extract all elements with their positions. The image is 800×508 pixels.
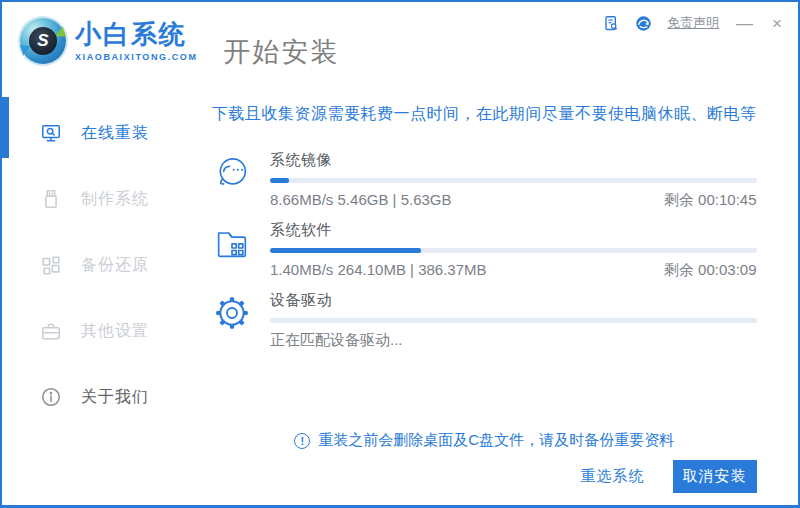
sidebar-item-other-settings[interactable]: 其他设置	[2, 298, 202, 364]
task-title: 系统软件	[270, 221, 757, 240]
mascot-face-icon	[212, 153, 252, 193]
cancel-install-button[interactable]: 取消安装	[673, 460, 757, 493]
logo-green-arrow-icon	[55, 27, 69, 42]
sidebar-item-label: 其他设置	[81, 321, 149, 342]
sidebar-active-indicator	[2, 97, 9, 158]
log-document-icon[interactable]	[603, 15, 620, 32]
app-logo: S	[20, 18, 66, 64]
sidebar-item-label: 关于我们	[81, 387, 149, 408]
minimize-button[interactable]: —	[734, 15, 755, 32]
driver-status-text: 正在匹配设备驱动...	[270, 331, 403, 350]
footer-actions: 重选系统 取消安装	[212, 460, 757, 505]
task-stats: 正在匹配设备驱动...	[270, 331, 757, 350]
brand-block: 小白系统 XIAOBAIXITONG.COM	[75, 20, 198, 62]
customer-service-headset-icon[interactable]	[635, 15, 652, 32]
sidebar-item-label: 制作系统	[81, 189, 149, 210]
sidebar: 在线重装 制作系统 备份还原	[2, 90, 202, 505]
download-warning-text: 下载且收集资源需要耗费一点时间，在此期间尽量不要使电脑休眠、断电等	[212, 104, 757, 125]
gear-icon	[212, 293, 252, 333]
task-stats: 1.40MB/s 264.10MB | 386.37MB 剩余 00:03:09	[270, 261, 757, 280]
progress-fill	[270, 248, 421, 253]
close-button[interactable]: ×	[770, 15, 784, 32]
sidebar-item-backup-restore[interactable]: 备份还原	[2, 232, 202, 298]
task-stats: 8.66MB/s 5.46GB | 5.63GB 剩余 00:10:45	[270, 191, 757, 210]
task-row-device-driver: 设备驱动 正在匹配设备驱动...	[212, 291, 757, 350]
install-panel: 下载且收集资源需要耗费一点时间，在此期间尽量不要使电脑休眠、断电等 系统镜像	[202, 90, 799, 505]
monitor-search-icon	[40, 122, 62, 144]
exclamation-circle-icon: !	[294, 433, 310, 449]
folder-apps-icon	[212, 223, 252, 263]
progress-bar	[270, 248, 757, 253]
brand-domain: XIAOBAIXITONG.COM	[75, 52, 198, 62]
page-title: 开始安装	[224, 34, 340, 70]
time-remaining: 剩余 00:03:09	[664, 261, 757, 280]
task-title: 设备驱动	[270, 291, 757, 310]
content-area: 在线重装 制作系统 备份还原	[2, 90, 798, 505]
sidebar-item-label: 在线重装	[81, 123, 149, 144]
usb-drive-icon	[40, 188, 62, 210]
backup-notice: ! 重装之前会删除桌面及C盘文件，请及时备份重要资料	[212, 431, 757, 450]
backup-squares-icon	[40, 254, 62, 276]
reselect-system-button[interactable]: 重选系统	[581, 467, 645, 486]
progress-bar	[270, 178, 757, 183]
task-body: 设备驱动 正在匹配设备驱动...	[270, 291, 757, 350]
sidebar-item-about-us[interactable]: 关于我们	[2, 364, 202, 430]
toolbox-icon	[40, 320, 62, 342]
task-row-system-software: 系统软件 1.40MB/s 264.10MB | 386.37MB 剩余 00:…	[212, 221, 757, 280]
task-row-system-image: 系统镜像 8.66MB/s 5.46GB | 5.63GB 剩余 00:10:4…	[212, 151, 757, 210]
brand-name: 小白系统	[75, 20, 198, 49]
sidebar-item-online-reinstall[interactable]: 在线重装	[2, 100, 202, 166]
progress-fill	[270, 178, 289, 183]
task-body: 系统镜像 8.66MB/s 5.46GB | 5.63GB 剩余 00:10:4…	[270, 151, 757, 210]
titlebar: S 小白系统 XIAOBAIXITONG.COM 开始安装 免责声明 —	[2, 2, 798, 90]
logo-sphere-icon: S	[29, 27, 57, 55]
sidebar-item-make-system[interactable]: 制作系统	[2, 166, 202, 232]
time-remaining: 剩余 00:10:45	[664, 191, 757, 210]
sidebar-item-label: 备份还原	[81, 255, 149, 276]
task-body: 系统软件 1.40MB/s 264.10MB | 386.37MB 剩余 00:…	[270, 221, 757, 280]
backup-notice-text: 重装之前会删除桌面及C盘文件，请及时备份重要资料	[318, 431, 674, 450]
disclaimer-link[interactable]: 免责声明	[667, 14, 719, 32]
titlebar-controls: 免责声明 — ×	[603, 14, 784, 32]
app-window: S 小白系统 XIAOBAIXITONG.COM 开始安装 免责声明 —	[0, 0, 800, 508]
progress-bar	[270, 318, 757, 323]
info-icon	[40, 386, 62, 408]
download-speed-size: 1.40MB/s 264.10MB | 386.37MB	[270, 261, 487, 280]
download-speed-size: 8.66MB/s 5.46GB | 5.63GB	[270, 191, 452, 210]
task-title: 系统镜像	[270, 151, 757, 170]
